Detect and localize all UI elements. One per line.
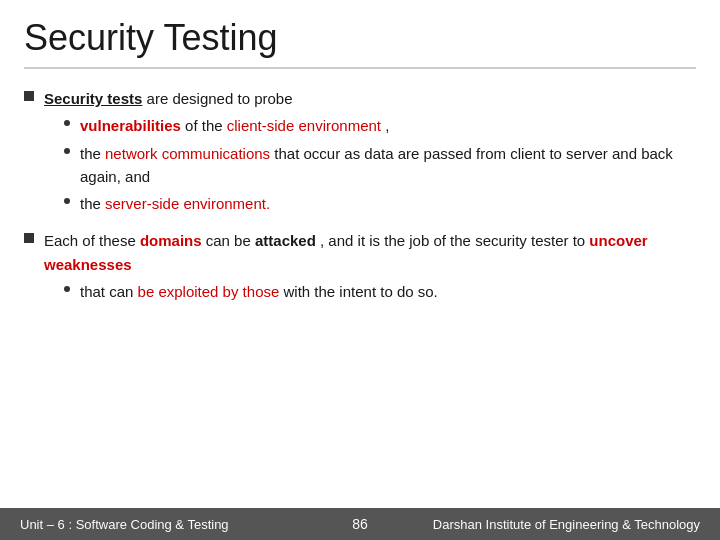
- page-title: Security Testing: [24, 16, 696, 59]
- list-item: Security tests are designed to probe vul…: [24, 87, 696, 219]
- main-content: Security Testing Security tests are desi…: [0, 0, 720, 508]
- footer-page-number: 86: [322, 516, 398, 532]
- list-item: Each of these domains can be attacked , …: [24, 229, 696, 307]
- sub-list-item: vulnerabilities of the client-side envir…: [64, 114, 696, 137]
- sub-list-item: the server-side environment.: [64, 192, 696, 215]
- sub-item-text: the network communications that occur as…: [80, 142, 696, 189]
- exploited-label: be exploited by those: [138, 283, 280, 300]
- domains-label: domains: [140, 232, 202, 249]
- sub-list-item: the network communications that occur as…: [64, 142, 696, 189]
- sub-list: vulnerabilities of the client-side envir…: [64, 114, 696, 215]
- item-content: Each of these domains can be attacked , …: [44, 229, 696, 307]
- client-side-label: client-side environment: [227, 117, 381, 134]
- attacked-label: attacked: [255, 232, 316, 249]
- vulnerabilities-label: vulnerabilities: [80, 117, 181, 134]
- sub-item-text: vulnerabilities of the client-side envir…: [80, 114, 389, 137]
- sub-bullet-icon: [64, 148, 70, 154]
- footer-left: Unit – 6 : Software Coding & Testing: [20, 517, 322, 532]
- sub-list: that can be exploited by those with the …: [64, 280, 696, 303]
- item-text-part: Each of these domains can be attacked , …: [44, 232, 648, 272]
- sub-item-text: the server-side environment.: [80, 192, 270, 215]
- item-content: Security tests are designed to probe vul…: [44, 87, 696, 219]
- sub-list-item: that can be exploited by those with the …: [64, 280, 696, 303]
- item-text-part: Security tests are designed to probe: [44, 90, 293, 107]
- footer-right: Darshan Institute of Engineering & Techn…: [398, 517, 700, 532]
- bullet-icon: [24, 233, 34, 243]
- footer: Unit – 6 : Software Coding & Testing 86 …: [0, 508, 720, 540]
- content-list: Security tests are designed to probe vul…: [24, 87, 696, 307]
- sub-bullet-icon: [64, 198, 70, 204]
- bullet-icon: [24, 91, 34, 101]
- sub-item-text: that can be exploited by those with the …: [80, 280, 438, 303]
- title-divider: [24, 67, 696, 69]
- sub-bullet-icon: [64, 120, 70, 126]
- security-tests-label: Security tests: [44, 90, 142, 107]
- network-comms-label: network communications: [105, 145, 270, 162]
- sub-bullet-icon: [64, 286, 70, 292]
- server-side-label: server-side environment.: [105, 195, 270, 212]
- item-text-normal: are designed to probe: [147, 90, 293, 107]
